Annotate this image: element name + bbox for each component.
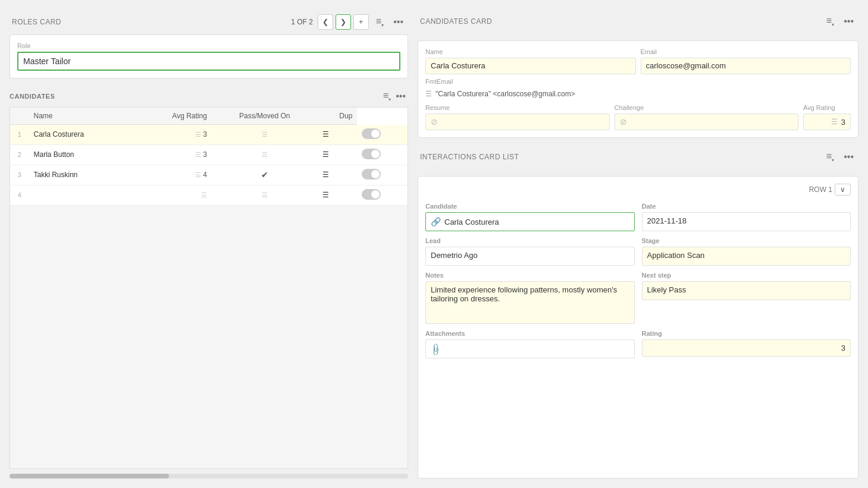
row-doc-icon: ☰ xyxy=(318,165,358,185)
row-selector-button[interactable]: ∨ xyxy=(835,184,851,196)
challenge-field-group: Challenge ⊘ xyxy=(615,104,799,130)
int-attachments-value: 📎 xyxy=(425,339,635,358)
row-number: 4 xyxy=(10,185,29,205)
avg-rating-field-group: Avg Rating ☰ 3 xyxy=(803,104,851,130)
table-row[interactable]: 4☰☰☰ xyxy=(10,185,408,205)
candidate-email-value: carloscose@gmail.com xyxy=(641,58,851,74)
row-name xyxy=(29,185,134,205)
candidates-table: Name Avg Rating Pass/Moved On Dup 1Carla… xyxy=(10,107,408,206)
interactions-card-body: ROW 1 ∨ Candidate 🔗 Carla Costurera Date… xyxy=(418,176,858,478)
col-num xyxy=(10,108,29,125)
candidate-date-row: Candidate 🔗 Carla Costurera Date 2021-11… xyxy=(425,203,851,231)
horizontal-scrollbar[interactable] xyxy=(10,474,408,478)
row-doc-icon: ☰ xyxy=(318,144,358,165)
table-empty-area xyxy=(10,206,408,469)
more-icon: ••• xyxy=(393,17,403,27)
candidates-card-filter-button[interactable]: ≡▾ xyxy=(824,14,836,29)
avg-rating-doc-icon: ☰ xyxy=(831,118,838,126)
checkmark-icon: ✔ xyxy=(261,170,268,180)
challenge-label: Challenge xyxy=(615,104,799,111)
email-label: Email xyxy=(641,48,851,55)
int-rating-label: Rating xyxy=(642,330,851,337)
next-button[interactable]: ❯ xyxy=(336,14,351,30)
filter-icon: ≡▾ xyxy=(376,16,384,28)
int-candidate-value: 🔗 Carla Costurera xyxy=(425,212,635,231)
dup-toggle[interactable] xyxy=(362,189,381,200)
resume-value: ⊘ xyxy=(425,114,610,130)
table-row[interactable]: 1Carla Costurera☰ 3☰☰ xyxy=(10,125,408,145)
int-candidate-label: Candidate xyxy=(425,203,635,210)
int-nextstep-label: Next step xyxy=(642,272,851,279)
name-label: Name xyxy=(425,48,636,55)
int-notes-value: Limited experience following patterns, m… xyxy=(425,281,635,324)
row-avg-rating: ☰ xyxy=(134,185,212,205)
int-date-value: 2021-11-18 xyxy=(642,212,851,231)
resume-field-group: Resume ⊘ xyxy=(425,104,610,130)
next-icon: ❯ xyxy=(340,18,346,26)
challenge-paperclip-icon: ⊘ xyxy=(620,117,627,127)
add-icon: + xyxy=(359,18,363,26)
notes-nextstep-row: Notes Limited experience following patte… xyxy=(425,272,851,324)
row-toggle-cell xyxy=(357,165,408,185)
row-toggle-cell xyxy=(357,125,408,145)
col-pass: Pass/Moved On xyxy=(212,108,318,125)
row-name: Marla Button xyxy=(29,144,134,165)
link-icon: 🔗 xyxy=(431,217,441,226)
interactions-filter-icon: ≡▾ xyxy=(826,151,834,163)
int-nextstep-group: Next step Likely Pass xyxy=(642,272,851,324)
row-name: Carla Costurera xyxy=(29,125,134,145)
candidates-card-more-button[interactable]: ••• xyxy=(841,15,856,28)
name-field-group: Name Carla Costurera xyxy=(425,48,636,74)
row-pass: ☰ xyxy=(212,144,318,165)
fmtemail-row: ☰ "Carla Costurera" <carloscose@gmail.co… xyxy=(425,87,851,100)
int-lead-group: Lead Demetrio Ago xyxy=(425,237,635,266)
lead-stage-row: Lead Demetrio Ago Stage Application Scan xyxy=(425,237,851,266)
row-list-icon: ☰ xyxy=(322,130,329,138)
role-input[interactable] xyxy=(17,52,400,71)
row-pass: ✔ xyxy=(212,165,318,185)
row-avg-rating: ☰ 3 xyxy=(134,144,212,165)
avg-rating-num: 3 xyxy=(841,118,845,127)
dup-toggle[interactable] xyxy=(362,169,381,180)
int-notes-group: Notes Limited experience following patte… xyxy=(425,272,635,324)
roles-card-title: ROLES Card xyxy=(12,18,61,26)
row-number: 2 xyxy=(10,144,29,165)
row-selector: ROW 1 ∨ xyxy=(425,184,851,196)
dup-toggle[interactable] xyxy=(362,128,381,139)
chevron-down-icon: ∨ xyxy=(840,185,845,194)
candidates-filter-button[interactable]: ≡▾ xyxy=(381,89,393,103)
roles-filter-button[interactable]: ≡▾ xyxy=(374,15,386,29)
int-attachments-label: Attachments xyxy=(425,330,635,337)
candidates-card-more-icon: ••• xyxy=(844,16,854,27)
avg-rating-value: ☰ 3 xyxy=(803,114,851,130)
prev-button[interactable]: ❮ xyxy=(318,14,333,30)
candidates-filter-icon: ≡▾ xyxy=(383,90,391,102)
pass-icon: ☰ xyxy=(262,131,268,138)
avg-rating-label: Avg Rating xyxy=(803,104,851,111)
int-lead-label: Lead xyxy=(425,237,635,244)
int-date-group: Date 2021-11-18 xyxy=(642,203,851,231)
int-candidate-group: Candidate 🔗 Carla Costurera xyxy=(425,203,635,231)
fmtemail-label: FmtEmail xyxy=(425,78,851,85)
row-avg-rating: ☰ 4 xyxy=(134,165,212,185)
email-field-group: Email carloscose@gmail.com xyxy=(641,48,851,74)
left-panel: ROLES Card 1 OF 2 ❮ ❯ + ≡▾ ••• Role CAND… xyxy=(10,10,408,478)
fmtemail-group: FmtEmail ☰ "Carla Costurera" <carloscose… xyxy=(425,78,851,100)
candidates-more-button[interactable]: ••• xyxy=(393,90,408,103)
table-row[interactable]: 3Takki Ruskinn☰ 4✔☰ xyxy=(10,165,408,185)
dup-toggle[interactable] xyxy=(362,149,381,159)
row-pass: ☰ xyxy=(212,185,318,205)
fmtemail-value: "Carla Costurera" <carloscose@gmail.com> xyxy=(435,90,575,98)
row-name: Takki Ruskinn xyxy=(29,165,134,185)
table-row[interactable]: 2Marla Button☰ 3☰☰ xyxy=(10,144,408,165)
int-lead-value: Demetrio Ago xyxy=(425,247,635,266)
col-avg-rating: Avg Rating xyxy=(134,108,212,125)
candidates-section-title: CANDIDATES xyxy=(10,93,55,100)
interactions-filter-button[interactable]: ≡▾ xyxy=(824,150,836,164)
add-button[interactable]: + xyxy=(353,14,369,30)
int-candidate-text: Carla Costurera xyxy=(444,218,499,226)
int-nextstep-value: Likely Pass xyxy=(642,281,851,300)
interactions-more-button[interactable]: ••• xyxy=(841,150,856,163)
roles-more-button[interactable]: ••• xyxy=(391,15,406,29)
candidates-section-header: CANDIDATES ≡▾ ••• xyxy=(10,86,408,107)
